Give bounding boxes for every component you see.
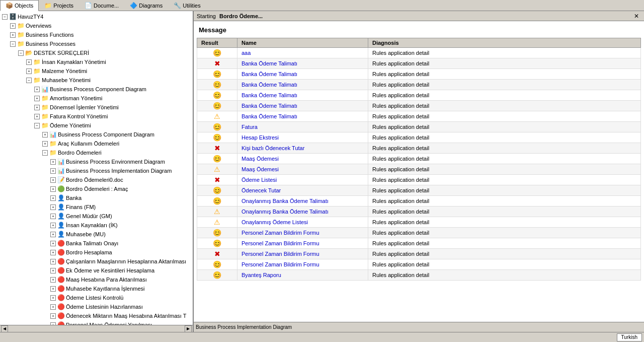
tree-item-muhasebe[interactable]: −📁Muhasebe Yönetimi <box>1 76 192 85</box>
table-row[interactable]: ✖Kişi bazlı Ödenecek TutarRules applicat… <box>197 143 641 154</box>
tree-item-root[interactable]: −🗄️HavuzTY4 <box>1 12 192 21</box>
tree-item-ek-odeme[interactable]: +🔴Ek Ödeme ve Kesintileri Hesaplama <box>1 266 192 275</box>
tree-item-insan[interactable]: +📁İnsan Kaynakları Yönetimi <box>1 57 192 66</box>
table-row[interactable]: 😊Banka Ödeme TalimatıRules application d… <box>197 90 641 101</box>
tree-item-banka[interactable]: +👤Banka <box>1 193 192 202</box>
table-row[interactable]: 😊Byanteş RaporuRules application detail <box>197 270 641 281</box>
table-row[interactable]: 😊Maaş ÖdemesiRules application detail <box>197 154 641 164</box>
tab-documents[interactable]: 📄 Docume... <box>79 0 124 11</box>
table-row[interactable]: ⚠Onaylanmış Ödeme ListesiRules applicati… <box>197 217 641 228</box>
expand-btn-bordro-doc[interactable]: + <box>50 177 56 183</box>
tree-item-overviews[interactable]: +📁Overviews <box>1 21 192 30</box>
expand-btn-maas-hesap[interactable]: + <box>50 277 56 283</box>
expand-btn-fatura-kontrol[interactable]: + <box>34 114 40 119</box>
table-row[interactable]: 😊Personel Zaman Bildirim FormuRules appl… <box>197 228 641 238</box>
tree-item-bpid[interactable]: +📊Business Process Implementation Diagra… <box>1 166 192 175</box>
tree-item-calisanlarin[interactable]: +🔴Çalışanların Maaşlarının Hesaplarına A… <box>1 257 192 266</box>
expand-btn-odeme-yonetimi[interactable]: − <box>34 123 40 128</box>
tree-item-destek[interactable]: −📂DESTEK SÜREÇLERİ <box>1 48 192 57</box>
tree-item-maas-hesap[interactable]: +🔴Maaş Hesabına Para Aktarılması <box>1 275 192 284</box>
tree-item-donemsel[interactable]: +📁Dönemsel İşlemler Yönetimi <box>1 103 192 112</box>
expand-btn-muhasebe-kayit[interactable]: + <box>50 286 56 292</box>
tree-item-biz-functions[interactable]: +📁Business Functions <box>1 30 192 39</box>
expand-btn-arac[interactable]: + <box>42 141 48 147</box>
tree-item-odeme-listesi[interactable]: +🔴Ödeme Listesi Kontrolü <box>1 293 192 302</box>
tab-utilities[interactable]: 🔧 Utilities <box>168 0 206 11</box>
scroll-track-horiz[interactable] <box>8 326 185 331</box>
expand-btn-overviews[interactable]: + <box>10 23 16 29</box>
tree-item-bordro-hesap[interactable]: +🔴Bordro Hesaplama <box>1 248 192 257</box>
tree-item-banka-talimat[interactable]: +🔴Banka Talimatı Onayı <box>1 239 192 248</box>
tree-item-finans[interactable]: +👤Finans (FM) <box>1 202 192 212</box>
table-row[interactable]: 😊Hesap EkstresiRules application detail <box>197 132 641 143</box>
tree-item-bordro-amac[interactable]: +🟢Bordro Ödemeleri : Amaç <box>1 184 192 193</box>
table-row[interactable]: ⚠Maaş ÖdemesiRules application detail <box>197 164 641 175</box>
table-row[interactable]: ✖Banka Ödeme TalimatıRules application d… <box>197 58 641 69</box>
tree-item-malzeme[interactable]: +📁Malzeme Yönetimi <box>1 66 192 76</box>
scroll-right-btn[interactable]: ▶ <box>185 325 192 332</box>
tree-item-biz-processes[interactable]: −📁Business Processes <box>1 39 192 48</box>
tree-item-fatura-kontrol[interactable]: +📁Fatura Kontrol Yönetimi <box>1 112 192 121</box>
tree-item-muhasebe2[interactable]: +👤Muhasebe (MU) <box>1 230 192 239</box>
expand-btn-biz-processes[interactable]: − <box>10 41 16 47</box>
expand-btn-muhasebe2[interactable]: + <box>50 232 56 237</box>
tab-projects[interactable]: 📁 Projects <box>39 0 79 11</box>
tree-item-bordro-doc[interactable]: +📝Bordro Ödemeleri0.doc <box>1 175 192 184</box>
table-row[interactable]: 😊Banka Ödeme TalimatıRules application d… <box>197 101 641 111</box>
table-row[interactable]: ⚠Banka Ödeme TalimatıRules application d… <box>197 111 641 122</box>
tree-item-bordro-odemeleri[interactable]: −📁Bordro Ödemeleri <box>1 148 192 157</box>
expand-btn-odenecek-miktar[interactable]: + <box>50 313 56 319</box>
scroll-left-btn[interactable]: ◀ <box>1 325 8 332</box>
tab-diagrams[interactable]: 🔷 Diagrams <box>124 0 168 11</box>
message-area[interactable]: Message Result Name Diagnosis 😊aaaRules … <box>194 21 644 322</box>
tree-item-muhasebe-kayit[interactable]: +🔴Muhasebe Kayıtlarına İşlenmesi <box>1 284 192 293</box>
tree-item-genel[interactable]: +👤Genel Müdür (GM) <box>1 212 192 221</box>
tree-item-personel-maas[interactable]: +🔴Personel Maaş Ödemesi Yapılması <box>1 320 192 325</box>
expand-btn-banka-talimat[interactable]: + <box>50 241 56 246</box>
table-row[interactable]: 😊FaturaRules application detail <box>197 122 641 132</box>
tree-item-odenecek-miktar[interactable]: +🔴Ödenecek Miktarın Maaş Hesabına Aktarı… <box>1 311 192 320</box>
expand-btn-genel[interactable]: + <box>50 214 56 219</box>
table-row[interactable]: ✖Ödeme ListesiRules application detail <box>197 175 641 185</box>
tab-objects[interactable]: 📦 Objects <box>0 0 39 11</box>
table-row[interactable]: 😊Personel Zaman Bildirim FormuRules appl… <box>197 238 641 249</box>
expand-btn-destek[interactable]: − <box>18 50 24 56</box>
tree-item-arac[interactable]: +📁Araç Kullanım Ödemeleri <box>1 139 192 148</box>
expand-btn-odeme-listesi[interactable]: + <box>50 295 56 301</box>
expand-btn-biz-functions[interactable]: + <box>10 32 16 38</box>
expand-btn-calisanlarin[interactable]: + <box>50 259 56 264</box>
tree-item-odeme-yonetimi[interactable]: −📁Ödeme Yönetimi <box>1 121 192 130</box>
tree-item-bped[interactable]: +📊Business Process Environment Diagram <box>1 157 192 166</box>
tree-item-insan2[interactable]: +👤İnsan Kaynakları (İK) <box>1 221 192 230</box>
expand-btn-bordro-hesap[interactable]: + <box>50 250 56 255</box>
tree-container[interactable]: −🗄️HavuzTY4+📁Overviews+📁Business Functio… <box>0 11 193 325</box>
table-row[interactable]: 😊Onaylanmış Banka Ödeme TalimatıRules ap… <box>197 196 641 207</box>
expand-btn-bordro-odemeleri[interactable]: − <box>42 150 48 156</box>
expand-btn-root[interactable]: − <box>2 14 8 20</box>
table-row[interactable]: 😊Banka Ödeme TalimatıRules application d… <box>197 80 641 90</box>
tree-item-bpcd2[interactable]: +📊Business Process Component Diagram <box>1 130 192 139</box>
tree-item-amortisman[interactable]: +📁Amortisman Yönetimi <box>1 94 192 103</box>
expand-btn-muhasebe[interactable]: − <box>26 78 32 83</box>
expand-btn-amortisman[interactable]: + <box>34 96 40 101</box>
expand-btn-bpcd1[interactable]: + <box>34 87 40 92</box>
expand-btn-odeme-listesi-hazir[interactable]: + <box>50 304 56 310</box>
expand-btn-bpcd2[interactable]: + <box>42 132 48 138</box>
close-button[interactable]: ✕ <box>632 13 641 20</box>
expand-btn-donemsel[interactable]: + <box>34 105 40 110</box>
expand-btn-malzeme[interactable]: + <box>26 69 32 74</box>
table-row[interactable]: ⚠Onaylanmış Banka Ödeme TalimatıRules ap… <box>197 207 641 217</box>
expand-btn-insan[interactable]: + <box>26 59 32 65</box>
table-row[interactable]: ✖Personel Zaman Bildirim FormuRules appl… <box>197 249 641 259</box>
expand-btn-bpid[interactable]: + <box>50 168 56 174</box>
expand-btn-insan2[interactable]: + <box>50 223 56 228</box>
expand-btn-bped[interactable]: + <box>50 159 56 165</box>
table-row[interactable]: 😊aaaRules application detail <box>197 48 641 58</box>
expand-btn-banka[interactable]: + <box>50 195 56 201</box>
table-row[interactable]: 😊Banka Ödeme TalimatıRules application d… <box>197 69 641 80</box>
expand-btn-ek-odeme[interactable]: + <box>50 268 56 273</box>
expand-btn-bordro-amac[interactable]: + <box>50 186 56 192</box>
tree-item-bpcd1[interactable]: +📊Business Process Component Diagram <box>1 85 192 94</box>
table-row[interactable]: 😊Personel Zaman Bildirim FormuRules appl… <box>197 259 641 270</box>
table-row[interactable]: 😊Ödenecek TutarRules application detail <box>197 185 641 196</box>
